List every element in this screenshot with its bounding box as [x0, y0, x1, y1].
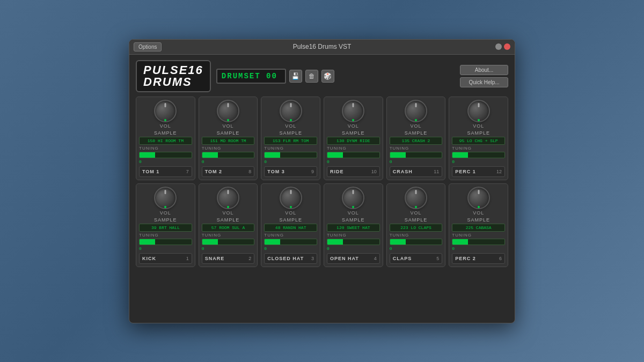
tuning-bar-claps[interactable]	[390, 239, 443, 245]
options-button[interactable]: Options	[134, 42, 162, 51]
sample-display-tom3[interactable]: 153 FLR RM TOM	[264, 137, 317, 145]
drum-cell-tom3: VOL SAMPLE 153 FLR RM TOM TUNING 0 TOM 3…	[261, 97, 320, 180]
vol-knob-perc1[interactable]	[467, 100, 490, 122]
sample-display-perc2[interactable]: 225 CABASA	[452, 224, 505, 232]
drum-name-tom2: TOM 2	[205, 169, 222, 174]
sample-display-claps[interactable]: 223 LO CLAPS	[390, 224, 443, 232]
vol-label-snare: VOL	[222, 210, 233, 216]
drum-cell-closed-hat: VOL SAMPLE 48 RANDN HAT TUNING 0 CLOSED …	[261, 183, 320, 267]
tuning-val-tom3: 0	[264, 159, 317, 164]
random-icon[interactable]: 🎲	[321, 70, 334, 83]
tuning-bar-closed-hat[interactable]	[264, 239, 317, 245]
tuning-label-crash: TUNING	[390, 146, 443, 151]
drum-name-box-ride: RIDE 10	[327, 166, 380, 177]
vol-label-closed-hat: VOL	[285, 210, 296, 216]
tuning-label-tom3: TUNING	[264, 146, 317, 151]
tuning-val-crash: 0	[390, 159, 443, 164]
sample-label-kick: SAMPLE	[154, 217, 177, 223]
vol-label-tom3: VOL	[285, 123, 296, 129]
drum-name-perc2: PERC 2	[455, 256, 476, 261]
delete-icon[interactable]: 🗑	[305, 70, 318, 83]
tuning-bar-kick[interactable]	[139, 239, 192, 245]
drum-name-box-tom3: TOM 3 9	[264, 166, 317, 177]
drum-name-box-open-hat: OPEN HAT 4	[327, 253, 380, 264]
window-title: Pulse16 Drums VST	[293, 43, 352, 50]
drum-cell-tom1: VOL SAMPLE 150 HI ROOM TM TUNING 0 TOM 1…	[136, 97, 195, 180]
vol-knob-tom2[interactable]	[217, 100, 239, 122]
tuning-bar-tom3[interactable]	[264, 152, 317, 158]
vol-label-tom2: VOL	[222, 123, 233, 129]
drum-num-perc2: 6	[499, 256, 502, 261]
sample-display-snare[interactable]: 57 ROOM SUL A	[202, 224, 255, 232]
drum-num-tom3: 9	[311, 169, 314, 174]
drum-num-snare: 2	[248, 256, 251, 261]
sample-label-crash: SAMPLE	[405, 130, 428, 136]
title-bar-left: Options	[134, 42, 162, 51]
content-area: PULSE16 DRUMS DRUMSET 00 💾 🗑 🎲 About... …	[129, 55, 515, 323]
sample-label-open-hat: SAMPLE	[342, 217, 365, 223]
minimize-button[interactable]	[495, 43, 502, 50]
vol-label-kick: VOL	[160, 210, 171, 216]
drum-name-snare: SNARE	[205, 256, 225, 261]
drum-name-tom3: TOM 3	[267, 169, 284, 174]
vol-label-claps: VOL	[410, 210, 421, 216]
tuning-bar-ride[interactable]	[327, 152, 380, 158]
tuning-bar-perc2[interactable]	[452, 239, 505, 245]
tuning-val-tom1: 0	[139, 159, 192, 164]
drum-cell-open-hat: VOL SAMPLE 120 SWEET HAT TUNING 0 OPEN H…	[324, 183, 383, 267]
drum-num-closed-hat: 3	[311, 256, 314, 261]
vol-knob-snare[interactable]	[217, 187, 239, 209]
tuning-label-claps: TUNING	[390, 233, 443, 238]
tuning-val-tom2: 0	[202, 159, 255, 164]
tuning-label-perc2: TUNING	[452, 233, 505, 238]
close-button[interactable]	[504, 43, 510, 50]
tuning-bar-perc1[interactable]	[452, 152, 505, 158]
vol-knob-tom3[interactable]	[280, 100, 302, 122]
quick-help-button[interactable]: Quick Help...	[460, 77, 508, 87]
drum-name-box-closed-hat: CLOSED HAT 3	[264, 253, 317, 264]
vol-knob-claps[interactable]	[405, 187, 427, 209]
drum-num-claps: 5	[436, 256, 439, 261]
tuning-bar-tom1[interactable]	[139, 152, 192, 158]
sample-display-crash[interactable]: 135 CRASH 2	[390, 137, 443, 145]
vol-label-tom1: VOL	[160, 123, 171, 129]
vol-knob-tom1[interactable]	[154, 100, 177, 122]
drum-name-closed-hat: CLOSED HAT	[267, 256, 304, 261]
drum-cell-perc2: VOL SAMPLE 225 CABASA TUNING 0 PERC 2 6	[449, 183, 508, 267]
drum-num-tom2: 8	[248, 169, 251, 174]
vol-knob-perc2[interactable]	[467, 187, 490, 209]
sample-display-tom2[interactable]: 151 MD ROOM TM	[202, 137, 255, 145]
vol-knob-crash[interactable]	[405, 100, 427, 122]
save-icon[interactable]: 💾	[289, 70, 302, 83]
tuning-label-ride: TUNING	[327, 146, 380, 151]
vol-knob-open-hat[interactable]	[342, 187, 364, 209]
vol-label-crash: VOL	[410, 123, 421, 129]
vol-knob-ride[interactable]	[342, 100, 364, 122]
tuning-label-tom2: TUNING	[202, 146, 255, 151]
sample-display-closed-hat[interactable]: 48 RANDN HAT	[264, 224, 317, 232]
sample-display-perc1[interactable]: 95 LO CHG + SLP	[452, 137, 505, 145]
drum-name-tom1: TOM 1	[142, 169, 159, 174]
tuning-label-tom1: TUNING	[139, 146, 192, 151]
drum-num-crash: 11	[434, 169, 439, 174]
about-button[interactable]: About...	[460, 65, 508, 75]
sample-display-ride[interactable]: 130 DYNM RIDE	[327, 137, 380, 145]
drum-row-top: VOL SAMPLE 150 HI ROOM TM TUNING 0 TOM 1…	[136, 97, 508, 180]
sample-label-perc2: SAMPLE	[467, 217, 490, 223]
sample-display-open-hat[interactable]: 120 SWEET HAT	[327, 224, 380, 232]
sample-display-tom1[interactable]: 150 HI ROOM TM	[139, 137, 192, 145]
tuning-label-perc1: TUNING	[452, 146, 505, 151]
tuning-bar-snare[interactable]	[202, 239, 255, 245]
vol-knob-closed-hat[interactable]	[280, 187, 302, 209]
vol-knob-kick[interactable]	[154, 187, 177, 209]
drum-num-kick: 1	[186, 256, 189, 261]
sample-label-tom3: SAMPLE	[279, 130, 302, 136]
tuning-bar-crash[interactable]	[390, 152, 443, 158]
drum-name-ride: RIDE	[330, 169, 344, 174]
tuning-bar-open-hat[interactable]	[327, 239, 380, 245]
tuning-val-open-hat: 0	[327, 246, 380, 251]
tuning-bar-tom2[interactable]	[202, 152, 255, 158]
sample-label-ride: SAMPLE	[342, 130, 365, 136]
drum-name-box-perc1: PERC 1 12	[452, 166, 505, 177]
sample-display-kick[interactable]: 39 BRT HALL	[139, 224, 192, 232]
